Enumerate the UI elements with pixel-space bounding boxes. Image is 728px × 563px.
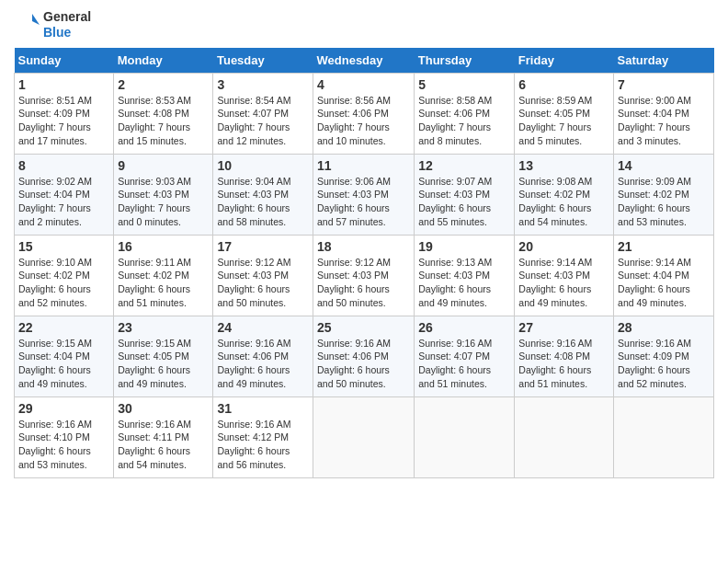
calendar-cell: 15Sunrise: 9:10 AM Sunset: 4:02 PM Dayli… [15, 235, 114, 316]
day-number: 24 [217, 320, 309, 335]
day-number: 23 [118, 320, 209, 335]
day-info: Sunrise: 8:58 AM Sunset: 4:06 PM Dayligh… [418, 94, 510, 148]
calendar-row-1: 1Sunrise: 8:51 AM Sunset: 4:09 PM Daylig… [15, 73, 714, 154]
day-number: 12 [418, 158, 510, 173]
calendar-table: Sunday Monday Tuesday Wednesday Thursday… [14, 48, 714, 478]
calendar-cell [614, 396, 714, 477]
calendar-cell [515, 396, 614, 477]
calendar-cell: 22Sunrise: 9:15 AM Sunset: 4:04 PM Dayli… [15, 316, 114, 396]
day-info: Sunrise: 9:16 AM Sunset: 4:08 PM Dayligh… [518, 337, 609, 391]
calendar-cell: 25Sunrise: 9:16 AM Sunset: 4:06 PM Dayli… [313, 316, 415, 396]
day-number: 22 [18, 320, 109, 335]
day-info: Sunrise: 8:54 AM Sunset: 4:07 PM Dayligh… [217, 94, 309, 148]
calendar-cell: 13Sunrise: 9:08 AM Sunset: 4:02 PM Dayli… [515, 154, 614, 235]
calendar-row-5: 29Sunrise: 9:16 AM Sunset: 4:10 PM Dayli… [15, 396, 714, 477]
day-info: Sunrise: 9:16 AM Sunset: 4:09 PM Dayligh… [618, 337, 710, 391]
logo-graphic [14, 10, 40, 40]
calendar-cell: 17Sunrise: 9:12 AM Sunset: 4:03 PM Dayli… [213, 235, 313, 316]
day-number: 4 [317, 77, 410, 92]
day-info: Sunrise: 9:00 AM Sunset: 4:04 PM Dayligh… [618, 94, 710, 148]
calendar-cell: 3Sunrise: 8:54 AM Sunset: 4:07 PM Daylig… [213, 73, 313, 154]
weekday-header-row: Sunday Monday Tuesday Wednesday Thursday… [15, 48, 714, 74]
day-info: Sunrise: 9:14 AM Sunset: 4:04 PM Dayligh… [618, 256, 710, 310]
day-info: Sunrise: 9:15 AM Sunset: 4:05 PM Dayligh… [118, 337, 209, 391]
day-info: Sunrise: 9:16 AM Sunset: 4:07 PM Dayligh… [418, 337, 510, 391]
day-info: Sunrise: 9:11 AM Sunset: 4:02 PM Dayligh… [118, 256, 209, 310]
calendar-cell: 2Sunrise: 8:53 AM Sunset: 4:08 PM Daylig… [114, 73, 213, 154]
calendar-cell [415, 396, 515, 477]
day-number: 17 [217, 239, 309, 254]
header-monday: Monday [114, 48, 213, 74]
calendar-cell: 18Sunrise: 9:12 AM Sunset: 4:03 PM Dayli… [313, 235, 415, 316]
calendar-body: 1Sunrise: 8:51 AM Sunset: 4:09 PM Daylig… [15, 73, 714, 477]
header-sunday: Sunday [15, 48, 114, 74]
svg-rect-0 [14, 10, 40, 40]
calendar-cell: 1Sunrise: 8:51 AM Sunset: 4:09 PM Daylig… [15, 73, 114, 154]
day-info: Sunrise: 9:12 AM Sunset: 4:03 PM Dayligh… [317, 256, 410, 310]
calendar-cell: 9Sunrise: 9:03 AM Sunset: 4:03 PM Daylig… [114, 154, 213, 235]
day-info: Sunrise: 9:16 AM Sunset: 4:11 PM Dayligh… [118, 418, 209, 472]
day-number: 8 [18, 158, 109, 173]
logo-line1: General [43, 9, 91, 25]
calendar-cell: 20Sunrise: 9:14 AM Sunset: 4:03 PM Dayli… [515, 235, 614, 316]
day-info: Sunrise: 9:10 AM Sunset: 4:02 PM Dayligh… [18, 256, 109, 310]
calendar-cell: 14Sunrise: 9:09 AM Sunset: 4:02 PM Dayli… [614, 154, 714, 235]
day-number: 9 [118, 158, 209, 173]
day-number: 13 [518, 158, 609, 173]
calendar-cell: 7Sunrise: 9:00 AM Sunset: 4:04 PM Daylig… [614, 73, 714, 154]
day-number: 1 [18, 77, 109, 92]
calendar-cell: 21Sunrise: 9:14 AM Sunset: 4:04 PM Dayli… [614, 235, 714, 316]
calendar-row-3: 15Sunrise: 9:10 AM Sunset: 4:02 PM Dayli… [15, 235, 714, 316]
day-info: Sunrise: 8:53 AM Sunset: 4:08 PM Dayligh… [118, 94, 209, 148]
day-number: 26 [418, 320, 510, 335]
calendar-row-4: 22Sunrise: 9:15 AM Sunset: 4:04 PM Dayli… [15, 316, 714, 396]
calendar-cell: 26Sunrise: 9:16 AM Sunset: 4:07 PM Dayli… [415, 316, 515, 396]
calendar-cell: 24Sunrise: 9:16 AM Sunset: 4:06 PM Dayli… [213, 316, 313, 396]
day-number: 11 [317, 158, 410, 173]
day-number: 25 [317, 320, 410, 335]
day-info: Sunrise: 9:16 AM Sunset: 4:10 PM Dayligh… [18, 418, 109, 472]
day-info: Sunrise: 8:51 AM Sunset: 4:09 PM Dayligh… [18, 94, 109, 148]
day-info: Sunrise: 9:04 AM Sunset: 4:03 PM Dayligh… [217, 175, 309, 229]
day-info: Sunrise: 9:15 AM Sunset: 4:04 PM Dayligh… [18, 337, 109, 391]
calendar-cell: 28Sunrise: 9:16 AM Sunset: 4:09 PM Dayli… [614, 316, 714, 396]
calendar-cell: 30Sunrise: 9:16 AM Sunset: 4:11 PM Dayli… [114, 396, 213, 477]
calendar-cell: 5Sunrise: 8:58 AM Sunset: 4:06 PM Daylig… [415, 73, 515, 154]
day-number: 14 [618, 158, 710, 173]
day-number: 18 [317, 239, 410, 254]
calendar-cell: 19Sunrise: 9:13 AM Sunset: 4:03 PM Dayli… [415, 235, 515, 316]
day-info: Sunrise: 9:16 AM Sunset: 4:06 PM Dayligh… [317, 337, 410, 391]
day-number: 10 [217, 158, 309, 173]
day-number: 7 [618, 77, 710, 92]
day-number: 15 [18, 239, 109, 254]
calendar-cell: 8Sunrise: 9:02 AM Sunset: 4:04 PM Daylig… [15, 154, 114, 235]
calendar-cell: 31Sunrise: 9:16 AM Sunset: 4:12 PM Dayli… [213, 396, 313, 477]
calendar-row-2: 8Sunrise: 9:02 AM Sunset: 4:04 PM Daylig… [15, 154, 714, 235]
main-container: General Blue Sunday Monday Tuesday Wedne… [0, 0, 728, 488]
day-number: 20 [518, 239, 609, 254]
day-info: Sunrise: 9:16 AM Sunset: 4:12 PM Dayligh… [217, 418, 309, 472]
day-number: 27 [518, 320, 609, 335]
calendar-cell: 6Sunrise: 8:59 AM Sunset: 4:05 PM Daylig… [515, 73, 614, 154]
day-info: Sunrise: 9:16 AM Sunset: 4:06 PM Dayligh… [217, 337, 309, 391]
calendar-cell: 23Sunrise: 9:15 AM Sunset: 4:05 PM Dayli… [114, 316, 213, 396]
header-saturday: Saturday [614, 48, 714, 74]
day-number: 2 [118, 77, 209, 92]
calendar-cell: 29Sunrise: 9:16 AM Sunset: 4:10 PM Dayli… [15, 396, 114, 477]
day-info: Sunrise: 9:08 AM Sunset: 4:02 PM Dayligh… [518, 175, 609, 229]
day-number: 16 [118, 239, 209, 254]
logo: General Blue [14, 9, 91, 40]
day-info: Sunrise: 9:02 AM Sunset: 4:04 PM Dayligh… [18, 175, 109, 229]
day-number: 19 [418, 239, 510, 254]
calendar-cell: 11Sunrise: 9:06 AM Sunset: 4:03 PM Dayli… [313, 154, 415, 235]
header-tuesday: Tuesday [213, 48, 313, 74]
calendar-cell: 12Sunrise: 9:07 AM Sunset: 4:03 PM Dayli… [415, 154, 515, 235]
calendar-cell [313, 396, 415, 477]
logo-line2: Blue [43, 25, 91, 40]
day-number: 28 [618, 320, 710, 335]
day-number: 3 [217, 77, 309, 92]
header-wednesday: Wednesday [313, 48, 415, 74]
calendar-cell: 27Sunrise: 9:16 AM Sunset: 4:08 PM Dayli… [515, 316, 614, 396]
day-info: Sunrise: 9:06 AM Sunset: 4:03 PM Dayligh… [317, 175, 410, 229]
day-info: Sunrise: 8:59 AM Sunset: 4:05 PM Dayligh… [518, 94, 609, 148]
